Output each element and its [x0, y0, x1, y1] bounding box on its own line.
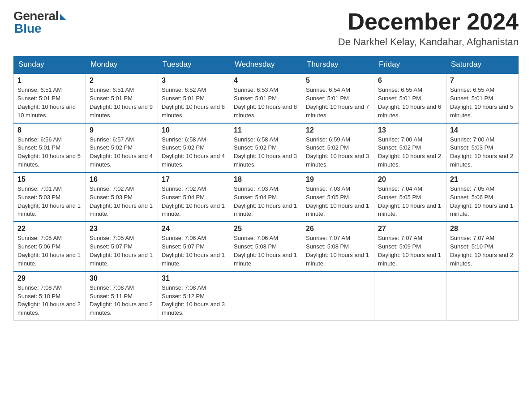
day-info: Sunrise: 6:58 AMSunset: 5:02 PMDaylight:… [162, 136, 225, 168]
calendar-cell: 21 Sunrise: 7:05 AMSunset: 5:06 PMDaylig… [446, 172, 519, 222]
title-section: December 2024 De Narkhel Kelay, Kandahar… [338, 9, 519, 48]
day-number: 16 [90, 176, 154, 184]
calendar-cell: 20 Sunrise: 7:04 AMSunset: 5:05 PMDaylig… [374, 172, 446, 222]
day-info: Sunrise: 7:07 AMSunset: 5:10 PMDaylight:… [450, 235, 513, 267]
calendar-cell: 30 Sunrise: 7:08 AMSunset: 5:11 PMDaylig… [86, 271, 158, 321]
day-info: Sunrise: 7:05 AMSunset: 5:06 PMDaylight:… [450, 185, 513, 218]
calendar-week-4: 22 Sunrise: 7:05 AMSunset: 5:06 PMDaylig… [14, 222, 519, 271]
day-info: Sunrise: 7:02 AMSunset: 5:04 PMDaylight:… [162, 185, 225, 218]
day-info: Sunrise: 7:01 AMSunset: 5:03 PMDaylight:… [17, 185, 81, 218]
header-saturday: Saturday [446, 56, 519, 73]
day-info: Sunrise: 6:55 AMSunset: 5:01 PMDaylight:… [450, 86, 513, 119]
day-info: Sunrise: 6:55 AMSunset: 5:01 PMDaylight:… [378, 86, 441, 119]
day-number: 31 [162, 274, 226, 283]
day-number: 30 [90, 274, 154, 283]
calendar-cell: 16 Sunrise: 7:02 AMSunset: 5:03 PMDaylig… [86, 172, 158, 222]
calendar-cell: 9 Sunrise: 6:57 AMSunset: 5:02 PMDayligh… [86, 123, 158, 172]
calendar-cell: 27 Sunrise: 7:07 AMSunset: 5:09 PMDaylig… [374, 222, 446, 271]
day-info: Sunrise: 6:53 AMSunset: 5:01 PMDaylight:… [234, 86, 297, 119]
logo-blue-text: Blue [13, 21, 42, 36]
calendar-cell: 19 Sunrise: 7:03 AMSunset: 5:05 PMDaylig… [302, 172, 374, 222]
day-number: 13 [378, 126, 442, 134]
day-number: 11 [234, 126, 298, 134]
day-info: Sunrise: 7:08 AMSunset: 5:10 PMDaylight:… [17, 284, 81, 317]
day-number: 21 [450, 176, 515, 184]
calendar-cell: 10 Sunrise: 6:58 AMSunset: 5:02 PMDaylig… [158, 123, 230, 172]
day-info: Sunrise: 7:06 AMSunset: 5:08 PMDaylight:… [234, 235, 297, 267]
day-number: 3 [162, 77, 226, 85]
day-number: 22 [17, 225, 82, 233]
day-info: Sunrise: 7:03 AMSunset: 5:04 PMDaylight:… [234, 185, 297, 218]
calendar-cell: 15 Sunrise: 7:01 AMSunset: 5:03 PMDaylig… [14, 172, 86, 222]
day-number: 24 [162, 225, 226, 233]
day-info: Sunrise: 7:08 AMSunset: 5:12 PMDaylight:… [162, 284, 225, 317]
day-number: 17 [162, 176, 226, 184]
logo: General Blue [13, 9, 66, 36]
header-wednesday: Wednesday [230, 56, 302, 73]
header-tuesday: Tuesday [158, 56, 230, 73]
day-info: Sunrise: 6:59 AMSunset: 5:02 PMDaylight:… [306, 136, 369, 168]
calendar-cell: 23 Sunrise: 7:05 AMSunset: 5:07 PMDaylig… [86, 222, 158, 271]
calendar-cell: 7 Sunrise: 6:55 AMSunset: 5:01 PMDayligh… [446, 73, 519, 123]
day-info: Sunrise: 7:08 AMSunset: 5:11 PMDaylight:… [90, 284, 153, 317]
calendar-cell: 8 Sunrise: 6:56 AMSunset: 5:01 PMDayligh… [14, 123, 86, 172]
day-info: Sunrise: 6:51 AMSunset: 5:01 PMDaylight:… [90, 86, 153, 119]
day-info: Sunrise: 7:00 AMSunset: 5:02 PMDaylight:… [378, 136, 441, 168]
day-number: 8 [17, 126, 82, 134]
day-info: Sunrise: 6:57 AMSunset: 5:02 PMDaylight:… [90, 136, 153, 168]
header-thursday: Thursday [302, 56, 374, 73]
calendar-cell: 28 Sunrise: 7:07 AMSunset: 5:10 PMDaylig… [446, 222, 519, 271]
calendar-cell: 2 Sunrise: 6:51 AMSunset: 5:01 PMDayligh… [86, 73, 158, 123]
day-number: 9 [90, 126, 154, 134]
day-number: 1 [17, 77, 82, 85]
month-title: December 2024 [338, 9, 519, 34]
day-number: 18 [234, 176, 298, 184]
calendar-week-5: 29 Sunrise: 7:08 AMSunset: 5:10 PMDaylig… [14, 271, 519, 321]
day-info: Sunrise: 6:58 AMSunset: 5:02 PMDaylight:… [234, 136, 297, 168]
calendar-cell: 1 Sunrise: 6:51 AMSunset: 5:01 PMDayligh… [14, 73, 86, 123]
day-number: 6 [378, 77, 442, 85]
day-info: Sunrise: 6:56 AMSunset: 5:01 PMDaylight:… [17, 136, 81, 168]
day-info: Sunrise: 7:05 AMSunset: 5:06 PMDaylight:… [17, 235, 81, 267]
day-info: Sunrise: 7:03 AMSunset: 5:05 PMDaylight:… [306, 185, 369, 218]
calendar-header-row: SundayMondayTuesdayWednesdayThursdayFrid… [14, 56, 519, 73]
calendar-table: SundayMondayTuesdayWednesdayThursdayFrid… [13, 56, 519, 321]
day-number: 5 [306, 77, 370, 85]
header-sunday: Sunday [14, 56, 86, 73]
day-info: Sunrise: 6:52 AMSunset: 5:01 PMDaylight:… [162, 86, 225, 119]
calendar-cell: 12 Sunrise: 6:59 AMSunset: 5:02 PMDaylig… [302, 123, 374, 172]
calendar-cell [374, 271, 446, 321]
day-info: Sunrise: 7:05 AMSunset: 5:07 PMDaylight:… [90, 235, 153, 267]
calendar-cell: 25 Sunrise: 7:06 AMSunset: 5:08 PMDaylig… [230, 222, 302, 271]
calendar-cell: 11 Sunrise: 6:58 AMSunset: 5:02 PMDaylig… [230, 123, 302, 172]
calendar-cell: 17 Sunrise: 7:02 AMSunset: 5:04 PMDaylig… [158, 172, 230, 222]
day-info: Sunrise: 7:07 AMSunset: 5:09 PMDaylight:… [378, 235, 441, 267]
calendar-cell: 14 Sunrise: 7:00 AMSunset: 5:03 PMDaylig… [446, 123, 519, 172]
day-info: Sunrise: 7:07 AMSunset: 5:08 PMDaylight:… [306, 235, 369, 267]
day-number: 23 [90, 225, 154, 233]
day-info: Sunrise: 7:00 AMSunset: 5:03 PMDaylight:… [450, 136, 513, 168]
calendar-week-2: 8 Sunrise: 6:56 AMSunset: 5:01 PMDayligh… [14, 123, 519, 172]
location-title: De Narkhel Kelay, Kandahar, Afghanistan [338, 36, 519, 48]
day-info: Sunrise: 6:51 AMSunset: 5:01 PMDaylight:… [17, 86, 76, 119]
day-number: 28 [450, 225, 515, 233]
day-info: Sunrise: 7:06 AMSunset: 5:07 PMDaylight:… [162, 235, 225, 267]
calendar-week-1: 1 Sunrise: 6:51 AMSunset: 5:01 PMDayligh… [14, 73, 519, 123]
day-number: 10 [162, 126, 226, 134]
page-header: General Blue December 2024 De Narkhel Ke… [13, 9, 519, 48]
calendar-cell: 29 Sunrise: 7:08 AMSunset: 5:10 PMDaylig… [14, 271, 86, 321]
calendar-cell [446, 271, 519, 321]
day-number: 29 [17, 274, 82, 283]
calendar-cell [230, 271, 302, 321]
calendar-cell: 6 Sunrise: 6:55 AMSunset: 5:01 PMDayligh… [374, 73, 446, 123]
calendar-cell: 26 Sunrise: 7:07 AMSunset: 5:08 PMDaylig… [302, 222, 374, 271]
day-number: 4 [234, 77, 298, 85]
day-number: 27 [378, 225, 442, 233]
calendar-cell: 4 Sunrise: 6:53 AMSunset: 5:01 PMDayligh… [230, 73, 302, 123]
day-number: 19 [306, 176, 370, 184]
day-info: Sunrise: 7:02 AMSunset: 5:03 PMDaylight:… [90, 185, 153, 218]
calendar-week-3: 15 Sunrise: 7:01 AMSunset: 5:03 PMDaylig… [14, 172, 519, 222]
day-number: 2 [90, 77, 154, 85]
day-info: Sunrise: 7:04 AMSunset: 5:05 PMDaylight:… [378, 185, 441, 218]
day-number: 15 [17, 176, 82, 184]
